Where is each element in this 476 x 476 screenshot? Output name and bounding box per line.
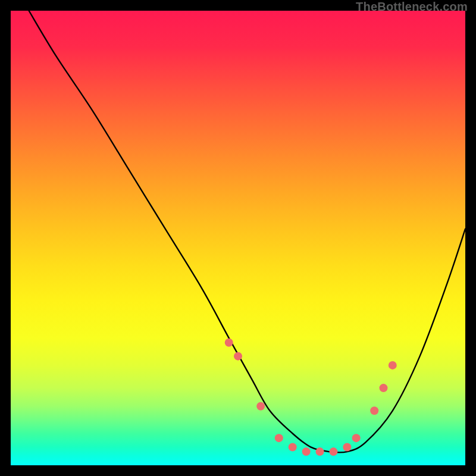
highlight-marker — [370, 406, 378, 415]
highlight-marker — [225, 339, 233, 347]
highlight-marker — [275, 434, 283, 442]
highlight-marker — [352, 434, 361, 442]
highlight-marker — [389, 361, 397, 369]
highlight-marker — [289, 443, 297, 451]
highlight-marker — [256, 402, 265, 411]
bottleneck-curve — [29, 11, 465, 453]
highlight-marker — [234, 352, 242, 361]
highlight-marker — [302, 447, 311, 456]
highlight-marker — [343, 443, 351, 451]
highlight-marker — [379, 384, 387, 392]
highlight-marker — [316, 447, 324, 456]
chart-svg — [11, 11, 465, 465]
highlight-marker — [329, 447, 337, 456]
chart-frame — [11, 11, 465, 465]
